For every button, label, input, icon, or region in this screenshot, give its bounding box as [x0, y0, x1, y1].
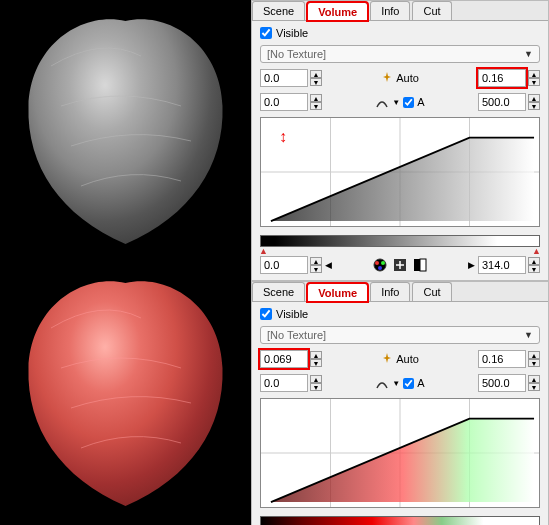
- chevron-down-icon[interactable]: ▼: [392, 98, 400, 107]
- right-arrow-icon[interactable]: ▶: [468, 260, 475, 270]
- volume-panel-2: Scene Volume Info Cut Visible [No Textur…: [251, 281, 549, 525]
- bottom-controls: ▲▼ ◀ ▶ ▲▼: [260, 256, 540, 274]
- down-icon[interactable]: ▼: [310, 102, 322, 110]
- tab-scene[interactable]: Scene: [252, 282, 305, 301]
- curve-controls: ▼ A: [375, 376, 424, 390]
- tab-bar: Scene Volume Info Cut: [252, 282, 548, 302]
- svg-rect-12: [420, 259, 426, 271]
- pin-icon[interactable]: [381, 71, 393, 85]
- opacity-max-spinner[interactable]: ▲▼: [478, 350, 540, 368]
- render-view-gray[interactable]: [0, 0, 251, 262]
- transfer-function-graph[interactable]: [260, 398, 540, 508]
- auto-group: Auto: [381, 352, 419, 366]
- svg-marker-4: [271, 138, 534, 221]
- up-icon[interactable]: ▲: [528, 70, 540, 78]
- range-max-spinner[interactable]: ▲▼: [478, 374, 540, 392]
- range-min-spinner[interactable]: ▲▼: [260, 93, 322, 111]
- curve-controls: ▼ A: [375, 95, 424, 109]
- chevron-down-icon: ▼: [524, 49, 533, 59]
- texture-value: [No Texture]: [267, 48, 326, 60]
- add-point-icon[interactable]: [393, 258, 407, 272]
- down-icon[interactable]: ▼: [528, 383, 540, 391]
- tab-volume[interactable]: Volume: [307, 283, 368, 302]
- tab-volume[interactable]: Volume: [307, 2, 368, 21]
- opacity-max-spinner[interactable]: ▲▼: [478, 69, 540, 87]
- tab-cut[interactable]: Cut: [412, 282, 451, 301]
- xmin-input[interactable]: [260, 256, 308, 274]
- up-icon[interactable]: ▲: [528, 94, 540, 102]
- a-checkbox[interactable]: [403, 378, 414, 389]
- xmax-spinner[interactable]: ▶ ▲▼: [468, 256, 540, 274]
- svg-point-7: [375, 261, 379, 265]
- up-icon[interactable]: ▲: [310, 375, 322, 383]
- visible-label: Visible: [276, 27, 308, 39]
- a-checkbox[interactable]: [403, 97, 414, 108]
- visible-checkbox[interactable]: [260, 27, 272, 39]
- marker-left-icon[interactable]: ▲: [259, 246, 268, 256]
- visible-row: Visible: [260, 27, 540, 39]
- down-icon[interactable]: ▼: [310, 78, 322, 86]
- svg-point-8: [381, 261, 385, 265]
- opacity-min-input[interactable]: [260, 350, 308, 368]
- range-max-input[interactable]: [478, 93, 526, 111]
- curve-icon[interactable]: [375, 376, 389, 390]
- svg-point-9: [378, 266, 382, 270]
- color-wheel-icon[interactable]: [373, 258, 387, 272]
- tab-info[interactable]: Info: [370, 1, 410, 20]
- svg-rect-11: [414, 259, 420, 271]
- opacity-min-spinner[interactable]: ▲▼: [260, 69, 322, 87]
- range-min-input[interactable]: [260, 93, 308, 111]
- contrast-icon[interactable]: [413, 258, 427, 272]
- up-icon[interactable]: ▲: [310, 351, 322, 359]
- chevron-down-icon[interactable]: ▼: [392, 379, 400, 388]
- volume-panel-1: Scene Volume Info Cut Visible [No Textur…: [251, 0, 549, 281]
- auto-label: Auto: [396, 353, 419, 365]
- opacity-max-input[interactable]: [478, 69, 526, 87]
- range-min-spinner[interactable]: ▲▼: [260, 374, 322, 392]
- auto-group: Auto: [381, 71, 419, 85]
- up-icon[interactable]: ▲: [310, 94, 322, 102]
- up-icon[interactable]: ▲: [528, 257, 540, 265]
- opacity-min-input[interactable]: [260, 69, 308, 87]
- tab-cut[interactable]: Cut: [412, 1, 451, 20]
- visible-label: Visible: [276, 308, 308, 320]
- range-min-input[interactable]: [260, 374, 308, 392]
- texture-dropdown[interactable]: [No Texture] ▼: [260, 326, 540, 344]
- up-icon[interactable]: ▲: [528, 375, 540, 383]
- down-icon[interactable]: ▼: [528, 102, 540, 110]
- xmax-input[interactable]: [478, 256, 526, 274]
- a-label: A: [417, 377, 424, 389]
- render-view-red[interactable]: [0, 262, 251, 524]
- visible-checkbox[interactable]: [260, 308, 272, 320]
- svg-marker-17: [271, 419, 534, 502]
- transfer-function-graph[interactable]: ↕: [260, 117, 540, 227]
- pin-icon[interactable]: [381, 352, 393, 366]
- texture-dropdown[interactable]: [No Texture] ▼: [260, 45, 540, 63]
- tab-info[interactable]: Info: [370, 282, 410, 301]
- left-arrow-icon[interactable]: ◀: [325, 260, 332, 270]
- range-max-input[interactable]: [478, 374, 526, 392]
- down-icon[interactable]: ▼: [310, 265, 322, 273]
- heart-volume-gray: [21, 16, 231, 246]
- down-icon[interactable]: ▼: [528, 78, 540, 86]
- chevron-down-icon: ▼: [524, 330, 533, 340]
- opacity-max-input[interactable]: [478, 350, 526, 368]
- down-icon[interactable]: ▼: [528, 359, 540, 367]
- texture-value: [No Texture]: [267, 329, 326, 341]
- range-max-spinner[interactable]: ▲▼: [478, 93, 540, 111]
- up-icon[interactable]: ▲: [528, 351, 540, 359]
- down-icon[interactable]: ▼: [528, 265, 540, 273]
- auto-label: Auto: [396, 72, 419, 84]
- opacity-min-spinner[interactable]: ▲▼: [260, 350, 322, 368]
- down-icon[interactable]: ▼: [310, 359, 322, 367]
- up-icon[interactable]: ▲: [310, 257, 322, 265]
- xmin-spinner[interactable]: ▲▼ ◀: [260, 256, 332, 274]
- color-gradient-bar[interactable]: ↔ ↔ ▲ ▲: [260, 516, 540, 525]
- tab-scene[interactable]: Scene: [252, 1, 305, 20]
- curve-icon[interactable]: [375, 95, 389, 109]
- up-icon[interactable]: ▲: [310, 70, 322, 78]
- marker-right-icon[interactable]: ▲: [532, 246, 541, 256]
- color-gradient-bar[interactable]: ▲ ▲: [260, 235, 540, 247]
- tab-bar: Scene Volume Info Cut: [252, 1, 548, 21]
- down-icon[interactable]: ▼: [310, 383, 322, 391]
